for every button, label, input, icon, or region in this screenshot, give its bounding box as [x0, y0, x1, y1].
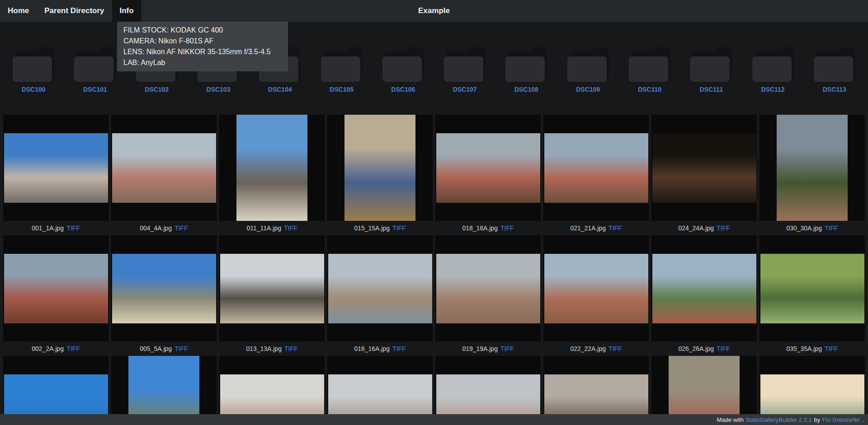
builder-link[interactable]: StaticGalleryBuilder 2.3.1: [745, 416, 812, 423]
thumbnail-image[interactable]: [344, 115, 415, 221]
thumbnail-image[interactable]: [328, 254, 432, 323]
thumbnail-image[interactable]: [112, 254, 216, 323]
tiff-link[interactable]: TIFF: [825, 224, 838, 232]
thumbnail-image[interactable]: [436, 254, 540, 323]
filename-label: 016_16A.jpg: [354, 345, 390, 352]
folder-label[interactable]: DSC109: [576, 86, 600, 93]
thumbnail-image[interactable]: [760, 254, 864, 323]
folder-label[interactable]: DSC103: [207, 86, 231, 93]
thumbnail-link[interactable]: [760, 115, 865, 221]
filename-label: 030_30A.jpg: [786, 224, 822, 232]
tiff-link[interactable]: TIFF: [825, 345, 838, 352]
nav-item-parent-directory[interactable]: Parent Directory: [37, 0, 112, 22]
thumbnail-link[interactable]: [111, 235, 217, 341]
photo-cell: 024_24A.jpg TIFF: [651, 115, 757, 235]
folder-item[interactable]: DSC109: [557, 47, 619, 93]
folder-item[interactable]: DSC105: [311, 47, 372, 93]
folder-item[interactable]: DSC111: [680, 47, 742, 93]
photo-caption: 024_24A.jpg TIFF: [651, 221, 757, 235]
folder-label[interactable]: DSC106: [391, 86, 415, 93]
thumbnail-image[interactable]: [220, 254, 324, 323]
folder-label[interactable]: DSC112: [761, 86, 784, 93]
folder-item[interactable]: DSC110: [619, 47, 680, 93]
thumbnail-link[interactable]: [327, 115, 433, 221]
thumbnail-link[interactable]: [219, 115, 325, 221]
folder-label[interactable]: DSC102: [145, 86, 169, 93]
photo-cell: 018_18A.jpg TIFF: [435, 115, 541, 235]
tiff-link[interactable]: TIFF: [609, 345, 622, 352]
tiff-link[interactable]: TIFF: [717, 224, 730, 232]
thumbnail-image[interactable]: [652, 133, 756, 203]
thumbnail-link[interactable]: [760, 235, 865, 341]
thumbnail-image[interactable]: [4, 254, 108, 323]
info-panel: FILM STOCK: KODAK GC 400 CAMERA: Nikon F…: [117, 22, 288, 71]
nav-bar: Home Parent Directory Info Example: [0, 0, 868, 22]
folder-icon-front: [382, 56, 422, 82]
folder-label[interactable]: DSC113: [823, 86, 846, 93]
folder-item[interactable]: DSC108: [495, 47, 557, 93]
thumbnail-link[interactable]: [219, 235, 325, 341]
folder-label[interactable]: DSC100: [22, 86, 46, 93]
thumbnail-link[interactable]: [3, 115, 108, 221]
tiff-link[interactable]: TIFF: [284, 345, 298, 352]
thumbnail-link[interactable]: [111, 115, 217, 221]
footer-middle: by: [814, 416, 821, 423]
grid-row: 001_1A.jpg TIFF 004_4A.jpg TIFF 011_11A.…: [2, 115, 866, 235]
photo-cell: 015_15A.jpg TIFF: [327, 115, 433, 235]
tiff-link[interactable]: TIFF: [284, 224, 297, 232]
folder-icon: [382, 47, 424, 82]
author-link[interactable]: Flo Greistorfer: [822, 416, 860, 423]
thumbnail-image[interactable]: [777, 115, 848, 221]
thumbnail-image[interactable]: [544, 133, 648, 203]
tiff-link[interactable]: TIFF: [392, 345, 406, 352]
tiff-link[interactable]: TIFF: [392, 224, 406, 232]
tiff-link[interactable]: TIFF: [66, 224, 80, 232]
filename-label: 019_19A.jpg: [462, 345, 498, 352]
folder-icon-front: [752, 56, 792, 82]
folder-item[interactable]: DSC113: [804, 47, 865, 93]
thumbnail-image[interactable]: [652, 254, 756, 323]
thumbnail-image[interactable]: [112, 133, 216, 203]
folder-label[interactable]: DSC101: [83, 86, 107, 93]
tiff-link[interactable]: TIFF: [175, 345, 188, 352]
folder-label[interactable]: DSC105: [330, 86, 354, 93]
tiff-link[interactable]: TIFF: [66, 345, 80, 352]
folder-item[interactable]: DSC107: [434, 47, 495, 93]
tiff-link[interactable]: TIFF: [717, 345, 730, 352]
filename-label: 004_4A.jpg: [140, 224, 172, 232]
folder-icon: [629, 47, 670, 82]
folder-label[interactable]: DSC107: [453, 86, 477, 93]
filename-label: 005_5A.jpg: [140, 345, 172, 352]
tiff-link[interactable]: TIFF: [500, 345, 514, 352]
thumbnail-link[interactable]: [435, 235, 541, 341]
nav-item-home[interactable]: Home: [0, 0, 37, 22]
thumbnail-link[interactable]: [3, 235, 108, 341]
folder-label[interactable]: DSC104: [268, 86, 292, 93]
thumbnail-image[interactable]: [436, 133, 540, 203]
thumbnail-image[interactable]: [4, 133, 108, 203]
folder-icon: [567, 47, 609, 82]
photo-cell: 002_2A.jpg TIFF: [3, 235, 108, 356]
folder-item[interactable]: DSC100: [3, 47, 64, 93]
thumbnail-link[interactable]: [651, 235, 757, 341]
nav-tab-info[interactable]: Info: [112, 0, 142, 22]
folder-icon-front: [690, 56, 730, 82]
tiff-link[interactable]: TIFF: [500, 224, 514, 232]
folder-label[interactable]: DSC108: [514, 86, 538, 93]
folder-item[interactable]: DSC112: [742, 47, 803, 93]
thumbnail-image[interactable]: [544, 254, 648, 323]
folder-label[interactable]: DSC110: [638, 86, 661, 93]
filename-label: 001_1A.jpg: [32, 224, 64, 232]
thumbnail-link[interactable]: [327, 235, 433, 341]
photo-caption: 013_13A.jpg TIFF: [219, 341, 325, 356]
thumbnail-link[interactable]: [651, 115, 757, 221]
thumbnail-link[interactable]: [543, 235, 649, 341]
tiff-link[interactable]: TIFF: [609, 224, 622, 232]
tiff-link[interactable]: TIFF: [175, 224, 188, 232]
thumbnail-link[interactable]: [435, 115, 541, 221]
folder-item[interactable]: DSC106: [373, 47, 434, 93]
thumbnail-image[interactable]: [236, 115, 307, 221]
thumbnail-link[interactable]: [543, 115, 649, 221]
photo-caption: 005_5A.jpg TIFF: [111, 341, 217, 356]
folder-label[interactable]: DSC111: [700, 86, 723, 93]
